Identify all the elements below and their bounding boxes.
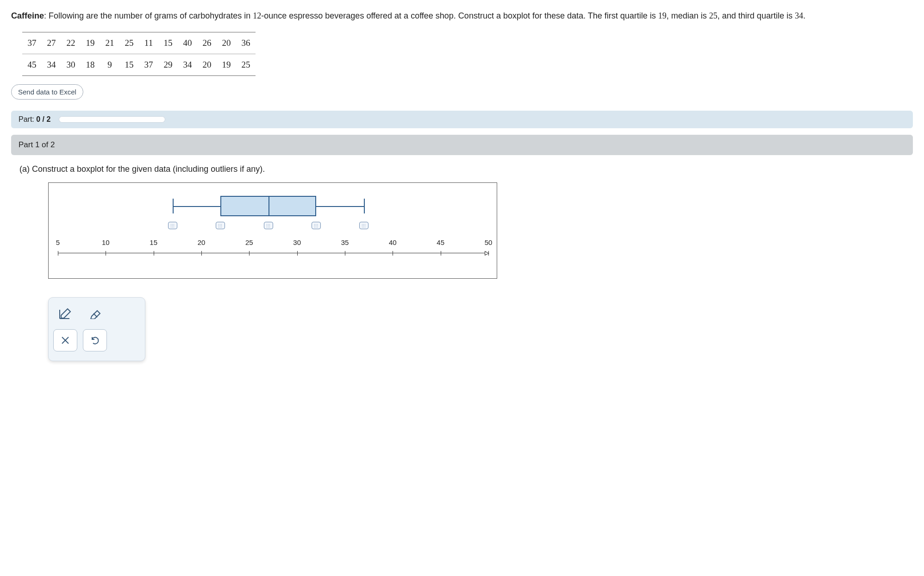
data-cell: 29 <box>160 60 176 70</box>
data-cell: 22 <box>63 38 79 48</box>
whisker-high-line[interactable] <box>316 206 364 207</box>
send-to-excel-button[interactable]: Send data to Excel <box>11 84 83 100</box>
grip-icon <box>362 224 366 227</box>
axis-tick <box>393 251 393 256</box>
data-cell: 27 <box>44 38 59 48</box>
data-cell: 36 <box>238 38 254 48</box>
axis-tick-label: 20 <box>198 238 206 246</box>
data-cell: 34 <box>44 60 59 70</box>
toolbox <box>48 297 145 361</box>
axis-tick <box>441 251 441 256</box>
data-cell: 40 <box>180 38 195 48</box>
progress-track <box>59 116 165 123</box>
axis-tick-label: 25 <box>245 238 253 246</box>
data-cell: 15 <box>160 38 176 48</box>
axis-tick <box>488 251 489 256</box>
grip-icon <box>218 224 223 227</box>
boxplot-canvas[interactable]: 5101520253035404550 <box>48 182 497 279</box>
progress-header: Part: 0 / 2 <box>11 111 913 128</box>
axis-tick-label: 35 <box>341 238 349 246</box>
part-header: Part 1 of 2 <box>11 135 913 155</box>
data-cell: 34 <box>180 60 195 70</box>
axis-line <box>58 253 487 253</box>
data-table: 3727221921251115402620364534301891537293… <box>22 32 256 76</box>
boxplot-draw-icon <box>58 307 72 320</box>
median-line[interactable] <box>268 196 269 216</box>
axis-tick <box>297 251 298 256</box>
axis-tick-label: 30 <box>293 238 301 246</box>
data-row: 372722192125111540262036 <box>22 32 256 54</box>
axis-tick <box>154 251 154 256</box>
axis-tick-label: 15 <box>150 238 157 246</box>
grip-icon <box>314 224 318 227</box>
data-cell: 19 <box>82 38 98 48</box>
data-cell: 37 <box>141 60 156 70</box>
close-icon <box>61 336 70 345</box>
progress-label: Part: 0 / 2 <box>19 115 50 124</box>
axis-tick <box>201 251 202 256</box>
data-cell: 25 <box>238 60 254 70</box>
data-cell: 45 <box>24 60 40 70</box>
eraser-icon <box>88 308 102 319</box>
data-cell: 15 <box>121 60 137 70</box>
boxplot-shape[interactable] <box>58 192 487 220</box>
grip-icon <box>266 224 271 227</box>
question-text: (a) Construct a boxplot for the given da… <box>19 164 913 174</box>
axis-tick-label: 45 <box>437 238 444 246</box>
axis-tick <box>106 251 106 256</box>
undo-button[interactable] <box>83 329 107 351</box>
axis-tick <box>249 251 250 256</box>
clear-button[interactable] <box>53 329 77 351</box>
whisker-low-line[interactable] <box>173 206 220 207</box>
data-cell: 25 <box>121 38 137 48</box>
data-cell: 18 <box>82 60 98 70</box>
data-cell: 11 <box>141 38 156 48</box>
data-cell: 30 <box>63 60 79 70</box>
erase-tool-button[interactable] <box>83 302 107 325</box>
data-row: 45343018915372934201925 <box>22 54 256 75</box>
axis-tick-label: 40 <box>389 238 397 246</box>
svg-line-2 <box>94 313 97 317</box>
boxplot-handle[interactable] <box>359 222 368 229</box>
axis-tick <box>345 251 345 256</box>
problem-title: Caffeine <box>11 11 44 20</box>
problem-statement: Caffeine: Following are the number of gr… <box>11 9 913 23</box>
axis-tick-label: 50 <box>485 238 493 246</box>
whisker-high-cap[interactable] <box>364 199 365 213</box>
boxplot-handle[interactable] <box>264 222 273 229</box>
axis-tick-label: 5 <box>56 238 60 246</box>
boxplot-handle[interactable] <box>216 222 225 229</box>
draw-tool-button[interactable] <box>53 302 77 325</box>
data-cell: 9 <box>102 60 118 70</box>
boxplot-handle[interactable] <box>312 222 321 229</box>
data-cell: 26 <box>199 38 215 48</box>
x-axis: 5101520253035404550 <box>58 235 487 253</box>
data-cell: 20 <box>199 60 215 70</box>
grip-icon <box>170 224 175 227</box>
data-cell: 19 <box>219 60 234 70</box>
data-cell: 37 <box>24 38 40 48</box>
axis-tick-label: 10 <box>102 238 110 246</box>
axis-tick <box>58 251 58 256</box>
undo-icon <box>90 335 100 345</box>
data-cell: 21 <box>102 38 118 48</box>
boxplot-handle[interactable] <box>168 222 177 229</box>
data-cell: 20 <box>219 38 234 48</box>
